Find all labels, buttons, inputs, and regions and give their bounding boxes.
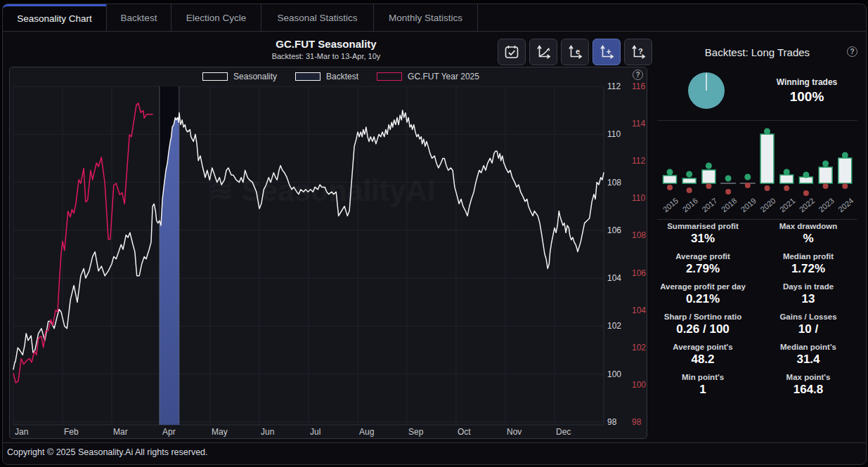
green-dot-2015 [667,169,673,176]
legend-label: GC.FUT Year 2025 [408,72,479,81]
red-dot-2024 [842,183,848,189]
app-window: Seasonality ChartBacktestElection CycleS… [2,4,867,465]
x-tick-aug: Aug [359,427,374,437]
x-tick-nov: Nov [507,427,522,437]
x-tick-mar: Mar [113,427,128,437]
stat-value: 31% [650,232,756,246]
y-left-tick-112: 112 [607,81,621,91]
candle-2020 [760,134,774,183]
chart-toolbar: e+? [498,39,652,65]
red-dot-2020 [765,185,770,191]
series-gc-fut-year-2025 [13,103,153,383]
screen: Seasonality ChartBacktestElection CycleS… [0,0,868,467]
axes-plus-button[interactable]: + [592,39,621,65]
chart-help-icon[interactable]: ? [633,70,643,80]
red-dot-2016 [687,188,692,193]
backtest-stats-grid: Summarised profit31%Max drawdown%Average… [650,222,861,397]
tab-monthly-statistics[interactable]: Monthly Statistics [374,4,478,31]
y-right-tick-116: 116 [632,81,645,91]
stat-label: Median point's [756,343,861,351]
sidebar-title: Backtest: Long Trades [649,46,866,58]
candle-2021 [780,175,793,183]
year-label-2020: 2020 [758,196,777,213]
stat-label: Max point's [756,373,861,381]
year-label-2016: 2016 [681,196,699,213]
stat-average-profit: Average profit2.79% [650,252,756,276]
red-dot-2023 [823,183,829,189]
y-left-tick-108: 108 [607,178,621,188]
axes-curve-button[interactable] [529,39,557,65]
x-tick-feb: Feb [64,427,79,437]
year-label-2018: 2018 [720,196,738,213]
stat-min-point-s: Min point's1 [650,373,756,397]
stat-value: 31.4 [756,353,861,367]
green-dot-2017 [706,163,712,169]
red-dot-2018 [725,189,731,195]
stat-label: Min point's [650,373,756,381]
stat-value: 0.21% [650,292,756,306]
x-tick-jan: Jan [15,427,28,437]
y-right-tick-102: 102 [632,343,646,353]
stat-value: 2.79% [650,262,756,276]
legend-label: Seasonality [233,72,277,81]
tab-election-cycle[interactable]: Election Cycle [171,4,261,31]
legend-label: Backtest [326,72,358,81]
legend-swatch [377,72,402,81]
axes-e-button[interactable]: e [561,39,589,65]
svg-text:+: + [607,47,611,57]
backtest-sidebar: Backtest: Long Trades ? Winning trades 1… [649,39,866,443]
stat-value: 1.72% [756,262,861,276]
footer-divider [3,442,866,443]
stat-average-point-s: Average point's48.2 [650,343,756,367]
stat-value: 48.2 [650,353,756,367]
candle-2015 [663,176,677,183]
seasonality-plot[interactable]: ≋ SeasonalityAIJanFebMarAprMayJunJulAugS… [10,70,647,438]
stat-label: Gains / Losses [756,313,861,321]
legend-item-gc-fut-year-2025[interactable]: GC.FUT Year 2025 [377,72,479,81]
year-label-2019: 2019 [739,196,758,213]
stat-label: Average point's [650,343,756,351]
copyright-text: Copyright © 2025 Seasonality.Ai All righ… [7,447,208,457]
stat-label: Average profit per day [650,282,756,291]
stat-value: 1 [650,383,756,397]
seasonality-chart-panel: SeasonalityBacktestGC.FUT Year 2025 ? ≋ … [9,67,647,439]
chart-legend: SeasonalityBacktestGC.FUT Year 2025 [22,72,647,81]
y-right-tick-100: 100 [632,380,646,390]
sidebar-help-icon[interactable]: ? [847,46,857,57]
y-right-tick-114: 114 [632,119,645,129]
stat-average-profit-per-day: Average profit per day0.21% [650,282,756,306]
y-left-tick-100: 100 [607,369,621,379]
watermark: ≋ SeasonalityAI [209,174,435,207]
green-dot-2018 [725,176,732,182]
legend-swatch [202,72,228,81]
green-dot-2019 [744,174,751,180]
tab-seasonality-chart[interactable]: Seasonality Chart [3,4,107,31]
sidebar-divider-bottom [657,219,857,220]
y-right-tick-106: 106 [632,268,646,278]
candle-2023 [819,167,832,183]
green-dot-2024 [842,152,848,159]
y-left-tick-98: 98 [607,417,617,427]
yearly-trades-chart[interactable]: 2015201620172018201920202021202220232024 [654,123,862,218]
y-right-tick-104: 104 [632,305,646,315]
calendar-check-button[interactable] [498,39,526,65]
tab-backtest[interactable]: Backtest [107,4,171,31]
year-label-2024: 2024 [836,196,855,213]
tab-seasonal-statistics[interactable]: Seasonal Statistics [261,4,374,31]
green-dot-2022 [803,172,809,178]
stat-value: 13 [756,292,861,306]
x-tick-may: May [212,427,228,437]
x-tick-jun: Jun [261,427,274,437]
winning-trades-label: Winning trades [754,77,860,87]
stat-label: Average profit [650,252,756,261]
year-label-2015: 2015 [661,196,680,213]
stat-median-profit: Median profit1.72% [756,252,861,276]
stat-label: Max drawdown [756,222,861,230]
legend-item-seasonality[interactable]: Seasonality [202,72,277,81]
x-tick-dec: Dec [556,427,571,437]
stat-max-point-s: Max point's164.8 [756,373,861,397]
legend-item-backtest[interactable]: Backtest [295,72,358,81]
stat-days-in-trade: Days in trade13 [756,282,861,306]
stat-value: 164.8 [756,383,861,397]
axes-question-button[interactable]: ? [624,39,652,65]
